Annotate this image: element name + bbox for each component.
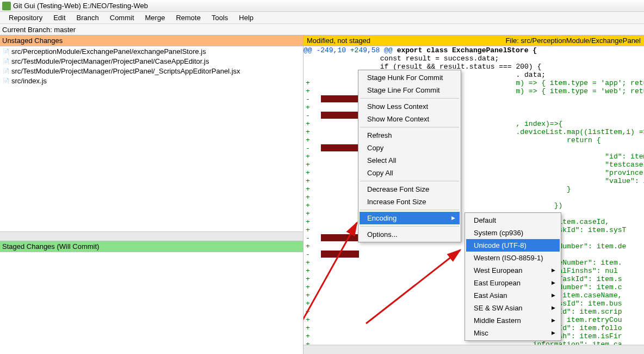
file-path: src/TestModule/ProjectManager/ProjectPan… — [11, 67, 240, 75]
diff-file-label: File: src/PerceptionModule/ExchangePanel — [505, 36, 641, 45]
scrollbar[interactable] — [0, 231, 303, 241]
ctx-stage-line-for-commit[interactable]: Stage Line For Commit — [360, 84, 460, 96]
menu-edit[interactable]: Edit — [48, 13, 71, 23]
separator — [360, 226, 459, 227]
menu-merge[interactable]: Merge — [140, 13, 171, 23]
enc-misc[interactable]: Misc▶ — [466, 327, 560, 339]
menu-tools[interactable]: Tools — [206, 13, 233, 23]
ctx-increase-font-size[interactable]: Increase Font Size — [360, 196, 460, 208]
separator — [360, 98, 459, 99]
window-title: Git Gui (Testing-Web) E:/NEO/Testing-Web — [13, 2, 148, 10]
encoding-submenu[interactable]: DefaultSystem (cp936)Unicode (UTF-8)West… — [465, 212, 561, 341]
enc-system-cp936-[interactable]: System (cp936) — [466, 227, 560, 239]
current-branch-label: Current Branch: master — [2, 26, 76, 34]
diff-header: Modified, not staged File: src/Perceptio… — [304, 35, 644, 46]
file-path: src/TestModule/ProjectManager/ProjectPan… — [11, 57, 209, 65]
enc-western-iso-8859-1-[interactable]: Western (ISO-8859-1) — [466, 252, 560, 264]
enc-unicode-utf-8-[interactable]: Unicode (UTF-8) — [466, 239, 560, 252]
ctx-copy-all[interactable]: Copy All — [360, 167, 460, 179]
separator — [360, 181, 459, 181]
file-item[interactable]: 📄src/PerceptionModule/ExchangePanel/exch… — [0, 46, 303, 56]
file-item[interactable]: 📄src/TestModule/ProjectManager/ProjectPa… — [0, 56, 303, 66]
branch-bar: Current Branch: master — [0, 24, 644, 35]
ctx-show-less-context[interactable]: Show Less Context — [360, 100, 460, 113]
file-item[interactable]: 📄src/index.js — [0, 76, 303, 86]
file-path: src/index.js — [11, 77, 47, 85]
file-path: src/PerceptionModule/ExchangePanel/excha… — [11, 47, 206, 56]
staged-header: Staged Changes (Will Commit) — [0, 241, 303, 252]
enc-east-european[interactable]: East European▶ — [466, 277, 560, 289]
file-icon: 📄 — [2, 47, 10, 55]
enc-west-european[interactable]: West European▶ — [466, 264, 560, 277]
file-icon: 📄 — [2, 67, 10, 75]
file-icon: 📄 — [2, 57, 10, 65]
context-menu[interactable]: Stage Hunk For CommitStage Line For Comm… — [358, 70, 461, 242]
ctx-encoding[interactable]: Encoding▶ — [360, 212, 460, 224]
menu-help[interactable]: Help — [233, 13, 259, 23]
menu-repository[interactable]: Repository — [3, 13, 48, 23]
staged-header-label: Staged Changes (Will Commit) — [2, 242, 99, 251]
ctx-decrease-font-size[interactable]: Decrease Font Size — [360, 183, 460, 196]
diff-status-label: Modified, not staged — [307, 36, 370, 45]
enc-east-asian[interactable]: East Asian▶ — [466, 289, 560, 302]
enc-default[interactable]: Default — [466, 214, 560, 227]
ctx-options-[interactable]: Options... — [360, 228, 460, 241]
scrollbar[interactable] — [304, 345, 644, 354]
ctx-stage-hunk-for-commit[interactable]: Stage Hunk For Commit — [360, 71, 460, 84]
enc-se-sw-asian[interactable]: SE & SW Asian▶ — [466, 302, 560, 314]
menu-commit[interactable]: Commit — [104, 13, 140, 23]
staged-file-list[interactable] — [0, 252, 303, 354]
unstaged-header: Unstaged Changes — [0, 35, 303, 46]
file-icon: 📄 — [2, 77, 10, 84]
app-icon — [2, 2, 11, 10]
file-item[interactable]: 📄src/TestModule/ProjectManager/ProjectPa… — [0, 66, 303, 76]
title-bar: Git Gui (Testing-Web) E:/NEO/Testing-Web — [0, 0, 644, 12]
menu-bar: RepositoryEditBranchCommitMergeRemoteToo… — [0, 12, 644, 24]
ctx-refresh[interactable]: Refresh — [360, 129, 460, 142]
menu-branch[interactable]: Branch — [71, 13, 104, 23]
enc-middle-eastern[interactable]: Middle Eastern▶ — [466, 314, 560, 327]
ctx-select-all[interactable]: Select All — [360, 154, 460, 167]
menu-remote[interactable]: Remote — [170, 13, 206, 23]
unstaged-header-label: Unstaged Changes — [2, 36, 63, 45]
ctx-show-more-context[interactable]: Show More Context — [360, 113, 460, 125]
ctx-copy[interactable]: Copy — [360, 142, 460, 154]
separator — [360, 127, 459, 127]
separator — [360, 210, 459, 210]
unstaged-file-list[interactable]: 📄src/PerceptionModule/ExchangePanel/exch… — [0, 46, 303, 231]
